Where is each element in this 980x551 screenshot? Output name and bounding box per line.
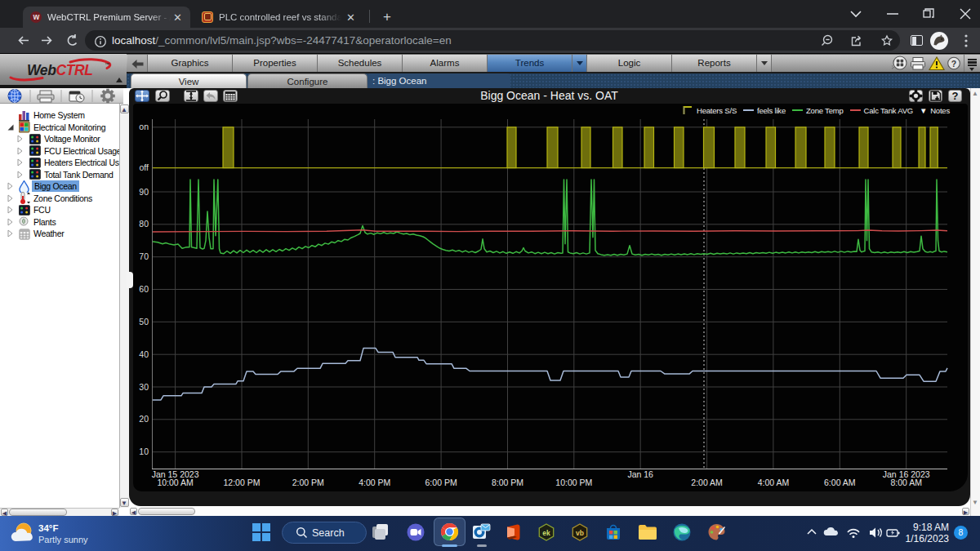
- svg-text:10:00 PM: 10:00 PM: [555, 478, 592, 487]
- svg-text:4:00 AM: 4:00 AM: [758, 478, 790, 487]
- svg-text:40: 40: [139, 349, 149, 359]
- svg-text:20: 20: [139, 414, 149, 424]
- svg-text:™: ™: [105, 62, 109, 67]
- svg-text:6:00 AM: 6:00 AM: [824, 478, 856, 487]
- svg-text:vb: vb: [576, 529, 584, 537]
- svg-text:on: on: [139, 122, 149, 131]
- svg-text:70: 70: [139, 251, 149, 261]
- svg-text:off: off: [140, 162, 149, 172]
- svg-text:Jan 16 2023: Jan 16 2023: [883, 469, 930, 479]
- svg-text:80: 80: [139, 219, 149, 229]
- svg-text:50: 50: [139, 317, 149, 327]
- svg-text:8:00 AM: 8:00 AM: [890, 478, 922, 487]
- svg-text:?: ?: [951, 59, 956, 69]
- svg-text:12:00 PM: 12:00 PM: [224, 478, 261, 487]
- svg-text:Jan 15 2023: Jan 15 2023: [152, 469, 199, 479]
- svg-text:90: 90: [139, 187, 149, 197]
- svg-text:2:00 PM: 2:00 PM: [292, 478, 324, 487]
- svg-text:8:00 PM: 8:00 PM: [492, 478, 523, 487]
- svg-text:ek: ek: [542, 529, 550, 537]
- svg-text:6:00 PM: 6:00 PM: [425, 478, 457, 487]
- svg-text:Jan 16: Jan 16: [627, 469, 653, 479]
- svg-text:10: 10: [139, 447, 149, 456]
- svg-text:2:00 AM: 2:00 AM: [691, 478, 723, 487]
- svg-text:60: 60: [139, 284, 149, 294]
- svg-text:30: 30: [139, 382, 149, 392]
- svg-text:10:00 AM: 10:00 AM: [157, 478, 193, 487]
- svg-text:4:00 PM: 4:00 PM: [359, 478, 390, 487]
- svg-text:WebCTRL: WebCTRL: [27, 62, 93, 78]
